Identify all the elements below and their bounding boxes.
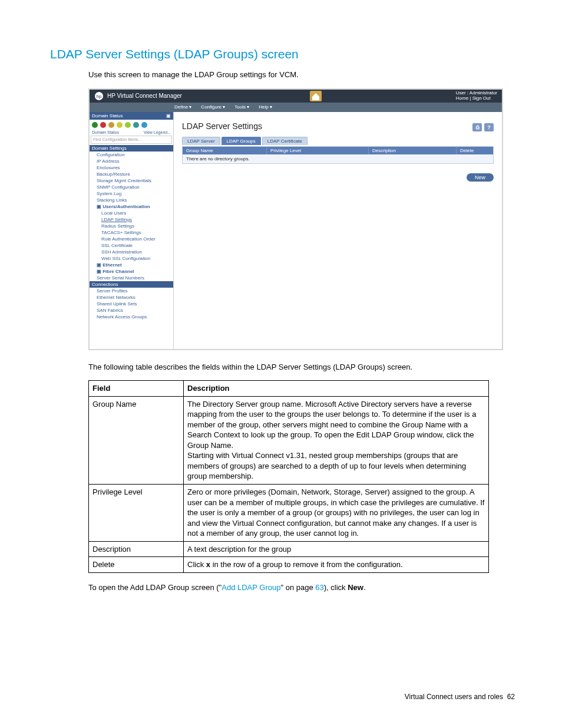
sidebar-item[interactable]: IP Address [90, 158, 173, 164]
search-input[interactable]: Find Configuration Items... [91, 136, 172, 144]
add-ldap-group-link[interactable]: Add LDAP Group [222, 583, 280, 592]
field-desc: Click x in the row of a group to remove … [184, 557, 489, 573]
domain-status-header: Domain Status [92, 113, 123, 118]
sidebar-item[interactable]: Local Users [90, 210, 173, 216]
menu-item[interactable]: Define ▾ [174, 104, 191, 110]
col-privilege[interactable]: Privilege Level [267, 147, 369, 154]
intro-text: Use this screen to manage the LDAP Group… [88, 70, 521, 80]
svg-text:hp: hp [97, 94, 102, 99]
sidebar-item[interactable]: Server Profiles [90, 288, 173, 294]
sidebar-item-fibre[interactable]: ▣ Fibre Channel [90, 268, 173, 275]
field-desc: Zero or more privileges (Domain, Network… [184, 485, 489, 542]
sidebar-item[interactable]: Radius Settings [90, 223, 173, 229]
col-group-name[interactable]: Group Name [183, 147, 267, 154]
main-title: LDAP Server Settings [182, 121, 262, 131]
table-caption: The following table describes the fields… [88, 362, 521, 373]
sidebar-item[interactable]: System Log [90, 190, 173, 197]
sidebar-item[interactable]: SNMP Configuration [90, 184, 173, 190]
col-delete[interactable]: Delete [457, 147, 493, 154]
sidebar-item[interactable]: SAN Fabrics [90, 307, 173, 314]
field-name: Privilege Level [89, 485, 184, 542]
menu-item[interactable]: Help ▾ [259, 104, 272, 110]
app-screenshot: hp HP Virtual Connect Manager User : Adm… [88, 88, 503, 350]
help-icon[interactable]: ? [484, 123, 494, 131]
th-field: Field [89, 381, 184, 397]
menu-item[interactable]: Tools ▾ [234, 104, 249, 110]
page-heading: LDAP Server Settings (LDAP Groups) scree… [50, 47, 521, 61]
field-name: Description [89, 541, 184, 557]
status-dot-icon [133, 122, 139, 128]
product-title: HP Virtual Connect Manager [107, 93, 182, 99]
collapse-icon[interactable]: ▣ [166, 113, 171, 118]
sidebar-item-ethernet[interactable]: ▣ Ethernet [90, 262, 173, 268]
sidebar-item[interactable]: SSH Administration [90, 249, 173, 255]
sidebar-item[interactable]: Storage Mgmt Credentials [90, 177, 173, 184]
status-dot-icon [92, 122, 98, 128]
sidebar-item[interactable]: LDAP Settings [90, 216, 173, 223]
sidebar-item[interactable]: SSL Certificate [90, 242, 173, 249]
field-name: Group Name [89, 396, 184, 484]
status-dot-icon [108, 122, 114, 128]
new-button[interactable]: New [467, 173, 494, 182]
section-domain-settings: Domain Settings [90, 145, 173, 151]
th-description: Description [184, 381, 489, 397]
print-icon[interactable]: ⎙ [472, 123, 482, 131]
section-connections: Connections [90, 281, 173, 288]
sidebar: Domain Status▣ Domain Status View Legend… [90, 112, 174, 349]
signout-link[interactable]: Sign Out [472, 95, 491, 101]
page-footer: Virtual Connect users and roles 62 [50, 693, 521, 701]
status-dot-icon [100, 122, 106, 128]
tab[interactable]: LDAP Groups [222, 137, 261, 145]
fields-table: Field Description Group NameThe Director… [88, 380, 489, 573]
post-note: To open the Add LDAP Group screen ("Add … [88, 582, 521, 593]
sidebar-item[interactable]: Ethernet Networks [90, 294, 173, 301]
tab[interactable]: LDAP Certificate [262, 137, 308, 145]
sidebar-item[interactable]: Web SSL Configuration [90, 255, 173, 262]
sidebar-item[interactable]: Stacking Links [90, 197, 173, 203]
legend-left-label: Domain Status [92, 130, 119, 134]
sidebar-item[interactable]: Configuration [90, 151, 173, 158]
sidebar-item[interactable]: Server Serial Numbers [90, 275, 173, 281]
field-name: Delete [89, 557, 184, 573]
empty-row: There are no directory groups. [183, 154, 493, 163]
sidebar-item[interactable]: Backup/Restore [90, 171, 173, 177]
menu-item[interactable]: Configure ▾ [201, 104, 225, 110]
sidebar-item[interactable]: Enclosures [90, 164, 173, 171]
status-dot-icon [117, 122, 123, 128]
sidebar-item-users-auth[interactable]: ▣ Users/Authentication [90, 203, 173, 210]
sidebar-item[interactable]: Role Authentication Order [90, 236, 173, 242]
status-dot-icon [141, 122, 147, 128]
hp-logo-icon: hp [94, 91, 104, 101]
sidebar-item[interactable]: Shared Uplink Sets [90, 301, 173, 307]
page-link[interactable]: 63 [315, 583, 323, 592]
sidebar-item[interactable]: Network Access Groups [90, 314, 173, 320]
field-desc: A text description for the group [184, 541, 489, 557]
menubar: Define ▾Configure ▾Tools ▾Help ▾ [90, 103, 502, 112]
field-desc: The Directory Server group name. Microso… [184, 396, 489, 484]
status-dot-icon [125, 122, 131, 128]
view-legend-link[interactable]: View Legend... [144, 130, 171, 134]
home-icon[interactable] [310, 91, 322, 101]
home-link[interactable]: Home [456, 95, 468, 101]
col-description[interactable]: Description [369, 147, 457, 154]
tab[interactable]: LDAP Server [182, 137, 220, 145]
sidebar-item[interactable]: TACACS+ Settings [90, 229, 173, 236]
